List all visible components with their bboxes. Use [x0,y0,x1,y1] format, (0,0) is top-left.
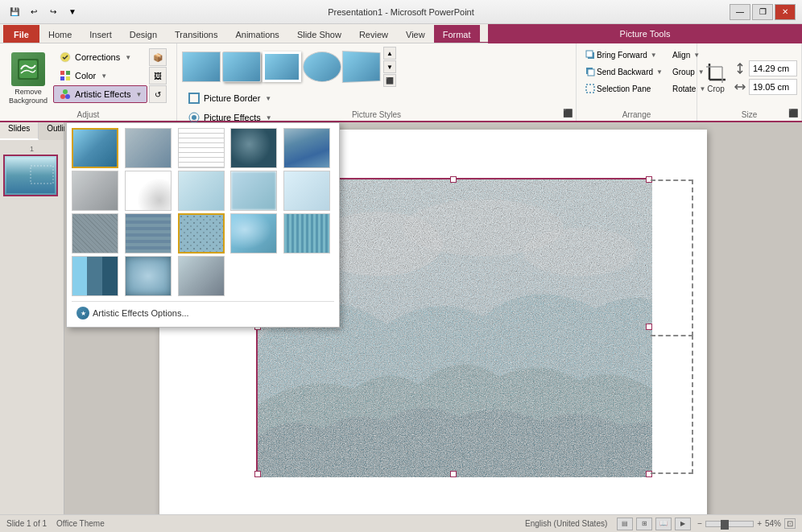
effect-blur[interactable] [230,171,277,211]
effect-glass[interactable] [178,171,225,211]
effect-none[interactable] [72,128,118,168]
tab-home[interactable]: Home [39,25,81,43]
effect-light-screen[interactable] [283,171,330,211]
size-inputs [734,60,797,95]
handle-bottom-mid[interactable] [450,471,457,477]
selection-pane-btn[interactable]: Selection Pane [581,80,667,97]
corrections-btn[interactable]: Corrections ▼ [53,48,147,66]
effect-mosaic[interactable] [125,171,172,211]
ribbon: Remove Background Corrections ▼ [0,43,802,122]
effect-paint-brush[interactable] [283,128,330,168]
color-arrow: ▼ [101,72,107,80]
minimize-btn[interactable]: — [730,4,750,20]
corrections-label: Corrections [75,52,120,62]
slides-panel: Slides Outline 1 [0,122,64,530]
effect-photocopy[interactable] [178,256,225,296]
artistic-effects-btn[interactable]: Artistic Effects ▼ [53,85,147,103]
svg-rect-3 [60,71,64,75]
svg-rect-10 [189,93,199,103]
theme-info: Office Theme [56,519,105,528]
arrange-group: Bring Forward ▼ Send Backward ▼ Selectio… [577,43,697,121]
close-btn[interactable]: ✕ [775,4,796,20]
tab-animations[interactable]: Animations [226,25,287,43]
effect-pencil-sketch[interactable] [125,128,172,168]
effect-watercolor[interactable] [230,213,277,254]
effect-cement[interactable] [72,213,118,254]
slide-tab-bar: Slides Outline [0,122,64,140]
color-icon [59,69,72,82]
tab-transitions[interactable]: Transitions [166,25,226,43]
normal-view-btn[interactable]: ▤ [617,518,633,530]
effect-cutout[interactable] [72,256,118,296]
handle-bottom-left[interactable] [254,471,261,477]
slide-sorter-btn[interactable]: ⊞ [636,518,652,530]
width-input[interactable] [749,79,797,95]
effect-chalk[interactable] [230,128,277,168]
change-picture-btn[interactable]: 🖼 [149,67,167,85]
tab-design[interactable]: Design [121,25,166,43]
remove-background-btn[interactable]: Remove Background [5,47,52,111]
style-prev-btn[interactable]: ▲ [383,47,396,60]
size-group: Crop Size ⬛ [697,43,802,121]
style-thumb-1[interactable] [182,52,221,82]
reading-view-btn[interactable]: 📖 [655,518,672,530]
handle-top-mid[interactable] [450,176,457,183]
effect-pencil-grayscale[interactable] [72,171,118,211]
reset-picture-btn[interactable]: ↺ [149,85,167,103]
size-group-label: Size ⬛ [697,110,801,119]
width-row [734,79,797,95]
fit-slide-btn[interactable]: ⊡ [784,518,796,529]
effect-film-grain[interactable]: Film Grain [178,213,225,254]
effect-soft-edges[interactable] [125,256,172,296]
tab-view[interactable]: View [397,25,434,43]
crop-btn[interactable]: Crop [702,49,730,105]
color-btn[interactable]: Color ▼ [53,67,147,85]
picture-tools-label: Picture Tools [620,29,671,39]
effect-texturizer[interactable] [125,213,172,254]
send-backward-btn[interactable]: Send Backward ▼ [581,64,667,80]
svg-point-7 [60,94,65,99]
style-next-btn[interactable]: ▼ [383,60,396,73]
svg-rect-5 [60,76,64,80]
style-thumb-2[interactable] [222,52,261,82]
bring-forward-btn[interactable]: Bring Forward ▼ [581,47,667,63]
save-quick-btn[interactable]: 💾 [6,4,23,20]
style-more-btn[interactable]: ⬛ [383,74,396,87]
effect-marker[interactable] [283,213,330,254]
view-btns: ▤ ⊞ 📖 ▶ [617,518,691,530]
tab-insert[interactable]: Insert [81,25,121,43]
compress-btn[interactable]: 📦 [149,48,167,66]
window-controls: — ❐ ✕ [730,4,796,20]
style-thumb-4[interactable] [303,52,341,82]
restore-btn[interactable]: ❐ [752,4,773,20]
crop-dash-top [651,179,693,336]
tab-slideshow[interactable]: Slide Show [288,25,350,43]
zoom-out-btn[interactable]: − [697,519,702,528]
redo-quick-btn[interactable]: ↪ [45,4,61,20]
picture-styles-expand[interactable]: ⬛ [563,109,573,118]
style-thumb-3[interactable] [263,52,301,82]
height-input[interactable] [749,60,797,76]
zoom-in-btn[interactable]: + [757,519,762,528]
tab-format[interactable]: Format [434,25,480,43]
slideshow-btn[interactable]: ▶ [675,518,691,530]
slides-tab[interactable]: Slides [0,122,39,140]
tab-area: Picture Tools File Home Insert Design Tr… [0,24,802,43]
tab-review[interactable]: Review [350,25,397,43]
zoom-slider[interactable] [705,521,754,527]
artistic-effects-options-btn[interactable]: ★ Artistic Effects Options... [72,301,334,322]
picture-border-btn[interactable]: Picture Border ▼ [182,89,278,107]
size-expand[interactable]: ⬛ [788,109,798,118]
effect-line-drawing[interactable] [178,128,225,168]
artistic-effects-icon [59,88,72,101]
tab-file[interactable]: File [3,25,39,43]
rotate-label: Rotate [672,85,696,93]
undo-quick-btn[interactable]: ↩ [26,4,42,20]
slide-1-thumb[interactable] [3,155,58,196]
picture-border-arrow: ▼ [265,95,271,102]
customize-quick-btn[interactable]: ▼ [64,4,81,20]
style-thumb-5[interactable] [342,51,381,83]
effects-grid: Film Grain [72,128,334,296]
zoom-thumb[interactable] [721,520,729,530]
artistic-effects-arrow: ▼ [135,91,142,98]
